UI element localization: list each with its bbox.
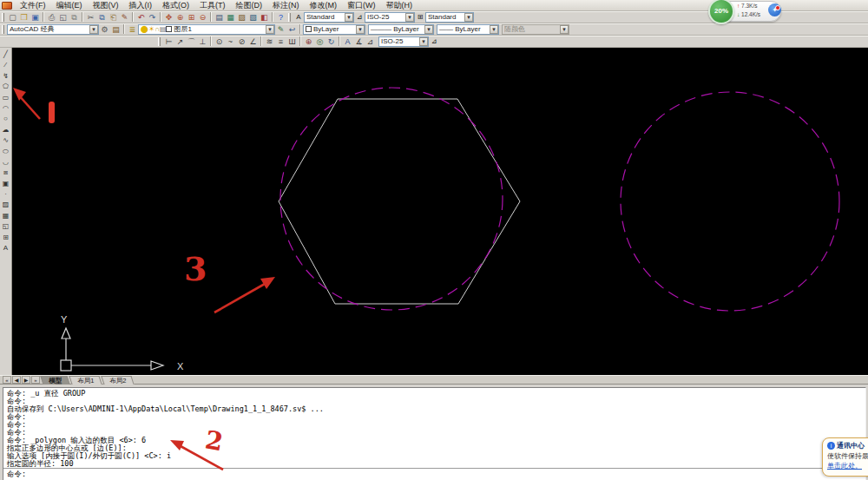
copy-icon[interactable]: ⧉ <box>96 12 108 23</box>
hatch-icon[interactable]: ▨ <box>0 200 11 210</box>
dim-baseline-icon[interactable]: ≡ <box>275 36 286 47</box>
tab-layout2[interactable]: 布局2 <box>102 376 135 385</box>
layer-previous-icon[interactable]: ↩ <box>286 24 298 35</box>
point-icon[interactable]: · <box>0 189 11 200</box>
dim-angle-icon[interactable]: ∡ <box>353 36 365 47</box>
workspace-settings-icon[interactable]: ⚙ <box>99 24 110 35</box>
dim-update-icon[interactable]: ↻ <box>326 36 337 47</box>
tab-scroll-prev-button[interactable]: ◀ <box>12 376 21 384</box>
circle-icon[interactable]: ○ <box>0 114 11 124</box>
layer-dropdown[interactable]: ⬤ ☀ ∩ ▤ 图层1 ▼ <box>138 24 275 35</box>
rectangle-icon[interactable]: ▭ <box>0 93 11 103</box>
revision-cloud-icon[interactable]: ☁ <box>0 125 11 135</box>
polygon-icon[interactable]: ⬠ <box>0 82 11 92</box>
workspace-save-icon[interactable]: ▤ <box>110 24 122 35</box>
center-mark-icon[interactable]: ◎ <box>314 36 326 47</box>
new-icon[interactable]: ▢ <box>7 12 18 23</box>
arc-icon[interactable]: ◠ <box>0 103 11 114</box>
balloon-link[interactable]: 单击此处。 <box>827 461 868 470</box>
insert-block-icon[interactable]: ⧈ <box>0 168 11 178</box>
toolbar-grip[interactable] <box>2 13 4 22</box>
dim-aligned-icon[interactable]: ↗ <box>174 36 186 47</box>
menu-item-2[interactable]: 视图(V) <box>88 0 124 10</box>
gradient-icon[interactable]: ▦ <box>0 211 11 221</box>
paste-icon[interactable]: ⎗ <box>108 12 119 23</box>
tab-layout1[interactable]: 布局1 <box>69 376 102 385</box>
color-dropdown[interactable]: ByLayer ▼ <box>303 24 365 35</box>
design-center-icon[interactable]: ▦ <box>225 12 236 23</box>
sheet-set-manager-icon[interactable]: ▧ <box>247 12 259 23</box>
dim-radius-icon[interactable]: ⊙ <box>214 36 225 47</box>
zoom-window-icon[interactable]: ⊞ <box>186 12 197 23</box>
circumscribed-dashed-circle[interactable] <box>280 88 503 310</box>
table-icon[interactable]: ⊞ <box>0 233 11 243</box>
open-icon[interactable]: ❒ <box>18 12 30 23</box>
dim-diameter-icon[interactable]: ⊘ <box>236 36 247 47</box>
save-icon[interactable]: ▣ <box>30 12 41 23</box>
dim-angular-icon[interactable]: ∠ <box>247 36 259 47</box>
properties-icon[interactable]: ▤ <box>214 12 225 23</box>
communication-center-balloon[interactable]: i通讯中心 使软件保持最 单击此处。 <box>822 437 868 477</box>
polyline-icon[interactable]: ↯ <box>0 71 11 82</box>
layer-freeze-sun-icon[interactable]: ☀ <box>148 25 155 33</box>
menu-item-1[interactable]: 编辑(E) <box>51 0 88 10</box>
dim-arc-length-icon[interactable]: ⌒ <box>186 36 197 47</box>
lineweight-dropdown[interactable]: —— ByLayer ▼ <box>437 24 499 35</box>
dimension-style-dropdown[interactable]: ISO-25 ▼ <box>378 36 429 47</box>
table-style-dropdown[interactable]: Standard ▼ <box>425 12 474 23</box>
command-history[interactable]: 命令: _u 直径 GROUP命令:自动保存到 C:\Users\ADMINI-… <box>3 388 865 468</box>
menu-item-8[interactable]: 修改(M) <box>305 0 343 10</box>
tolerance-icon[interactable]: ⊕ <box>303 36 314 47</box>
line-icon[interactable]: ╱ <box>0 49 11 60</box>
toolbar-grip[interactable] <box>158 37 161 46</box>
menu-item-10[interactable]: 帮助(H) <box>381 0 418 10</box>
ellipse-icon[interactable]: ⬭ <box>0 147 11 157</box>
tool-palettes-icon[interactable]: ▨ <box>236 12 247 23</box>
dim-text-edit-icon[interactable]: A <box>342 36 353 47</box>
make-block-icon[interactable]: ▣ <box>0 179 11 189</box>
dim-ordinate-icon[interactable]: ⊥ <box>197 36 208 47</box>
menu-item-7[interactable]: 标注(N) <box>267 0 305 10</box>
second-dashed-circle[interactable] <box>621 92 839 311</box>
tab-scroll-first-button[interactable]: « <box>3 376 11 384</box>
accelerate-ball-icon[interactable]: ✦ <box>768 3 781 16</box>
toolbar-grip[interactable] <box>2 25 4 34</box>
redo-icon[interactable]: ↷ <box>147 12 158 23</box>
layer-color-swatch[interactable] <box>166 26 172 32</box>
dim-continue-icon[interactable]: Ш <box>286 36 298 47</box>
layer-properties-manager-icon[interactable]: ≣ <box>127 24 138 35</box>
mtext-icon[interactable]: A <box>0 243 11 253</box>
quick-dimension-icon[interactable]: ≋ <box>264 36 275 47</box>
menu-item-5[interactable]: 工具(T) <box>194 0 231 10</box>
construction-line-icon[interactable]: ⁄ <box>0 60 11 70</box>
text-style-dropdown[interactable]: Standard ▼ <box>304 12 354 23</box>
hexagon-shape[interactable] <box>279 99 520 304</box>
menu-item-4[interactable]: 格式(O) <box>157 0 194 10</box>
cut-icon[interactable]: ✂ <box>85 12 96 23</box>
menu-item-3[interactable]: 插入(I) <box>124 0 158 10</box>
drawing-canvas[interactable]: Y X 3 <box>12 48 868 375</box>
zoom-realtime-icon[interactable]: ⊕ <box>174 12 186 23</box>
layer-plot-printer-icon[interactable]: ▤ <box>160 25 167 33</box>
dim-linear-icon[interactable]: ⊢ <box>163 36 174 47</box>
zoom-previous-icon[interactable]: ⊖ <box>197 12 208 23</box>
plot-preview-icon[interactable]: ◱ <box>57 12 69 23</box>
markup-set-manager-icon[interactable]: ◧ <box>259 12 270 23</box>
dim-style-edit-icon[interactable]: ⊿ <box>365 36 376 47</box>
layer-on-bulb-icon[interactable]: ⬤ <box>141 25 148 33</box>
workspace-dropdown[interactable]: AutoCAD 经典 ▼ <box>7 24 99 35</box>
tab-model[interactable]: 模型 <box>40 376 69 385</box>
help-icon[interactable]: ? <box>275 12 286 23</box>
toolbar-grip[interactable] <box>288 13 291 22</box>
tab-scroll-last-button[interactable]: » <box>31 376 40 384</box>
menu-item-0[interactable]: 文件(F) <box>15 0 51 10</box>
plot-icon[interactable]: ⎙ <box>46 12 57 23</box>
match-properties-icon[interactable]: ✎ <box>119 12 130 23</box>
region-icon[interactable]: ◱ <box>0 221 11 232</box>
ellipse-arc-icon[interactable]: ◡ <box>0 157 11 168</box>
tab-scroll-next-button[interactable]: ▶ <box>22 376 30 384</box>
make-object-layer-current-icon[interactable]: ✎ <box>275 24 286 35</box>
command-input[interactable]: 命令: <box>3 468 865 479</box>
publish-icon[interactable]: ⧉ <box>69 12 80 23</box>
undo-icon[interactable]: ↶ <box>135 12 147 23</box>
